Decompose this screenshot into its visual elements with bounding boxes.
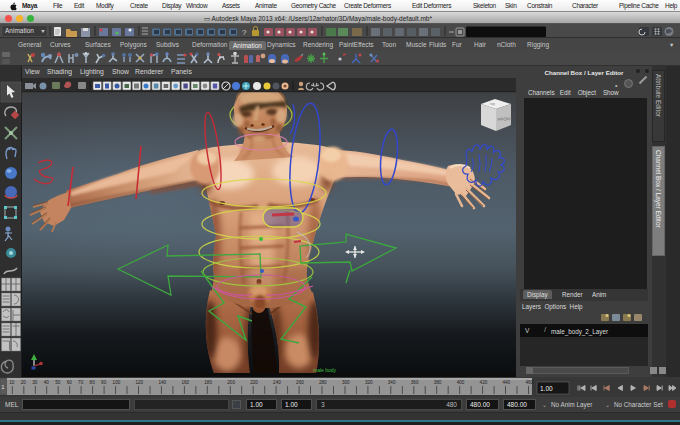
svg-text:60: 60 — [67, 380, 73, 385]
svg-text:220: 220 — [250, 380, 258, 385]
svg-text:340: 340 — [388, 380, 396, 385]
svg-text:120: 120 — [136, 380, 144, 385]
svg-text:260: 260 — [296, 380, 304, 385]
svg-text:Animation: Animation — [5, 27, 34, 34]
svg-text:400: 400 — [457, 380, 465, 385]
svg-text:440: 440 — [503, 380, 511, 385]
svg-text:40: 40 — [44, 380, 50, 385]
svg-text:420: 420 — [480, 380, 488, 385]
svg-text:380: 380 — [434, 380, 442, 385]
svg-text:300: 300 — [342, 380, 350, 385]
svg-text:160: 160 — [181, 380, 189, 385]
svg-text:FRONT: FRONT — [498, 116, 513, 122]
svg-text:140: 140 — [158, 380, 166, 385]
svg-text:?: ? — [242, 28, 247, 37]
svg-text:1: 1 — [2, 384, 5, 390]
svg-text:male body: male body — [313, 367, 337, 373]
svg-text:80: 80 — [90, 380, 96, 385]
svg-text:10: 10 — [9, 380, 15, 385]
svg-text:90: 90 — [101, 380, 107, 385]
svg-text:30: 30 — [32, 380, 38, 385]
svg-text:360: 360 — [411, 380, 419, 385]
svg-text:50: 50 — [55, 380, 61, 385]
svg-text:top: top — [490, 102, 495, 106]
svg-text:1.00: 1.00 — [540, 385, 553, 392]
svg-text:320: 320 — [365, 380, 373, 385]
svg-text:70: 70 — [78, 380, 84, 385]
svg-text:280: 280 — [319, 380, 327, 385]
svg-text:460: 460 — [526, 380, 534, 385]
svg-text:100: 100 — [113, 380, 121, 385]
svg-text:200: 200 — [227, 380, 235, 385]
svg-text:240: 240 — [273, 380, 281, 385]
svg-text:20: 20 — [21, 380, 27, 385]
svg-text:180: 180 — [204, 380, 212, 385]
